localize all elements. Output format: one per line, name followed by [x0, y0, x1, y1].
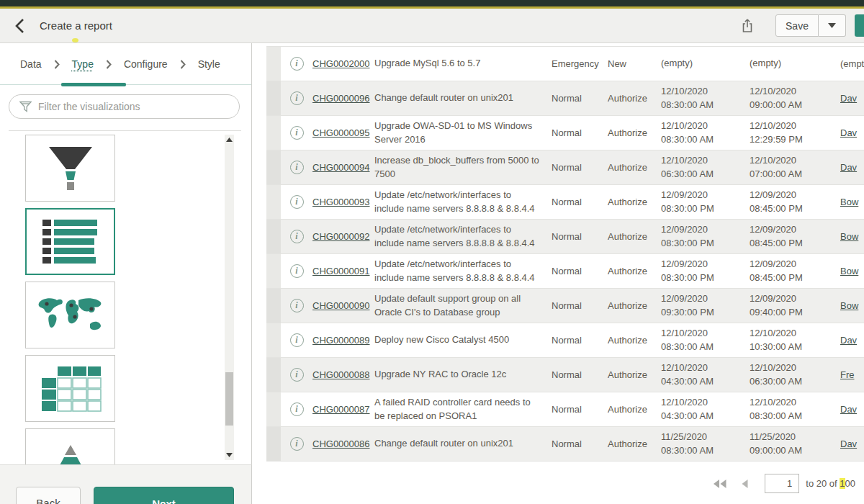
chevron-right-icon [180, 60, 186, 69]
viz-scrollbar[interactable] [225, 135, 234, 460]
short-description: Upgrade MySql 5.6 to 5.7 [374, 57, 552, 70]
state-value: Authorize [608, 438, 661, 449]
row-gutter [266, 47, 281, 81]
info-icon[interactable]: i [290, 402, 304, 416]
tab-configure[interactable]: Configure [124, 58, 168, 70]
scroll-down-icon[interactable] [226, 453, 233, 457]
state-value: New [608, 58, 661, 69]
save-dropdown-button[interactable] [819, 14, 846, 37]
run-button-clipped[interactable] [855, 14, 864, 37]
priority-value: Normal [552, 266, 608, 276]
planned-end-date: (empty) [750, 57, 840, 70]
record-number-link[interactable]: CHG0000088 [312, 369, 374, 380]
state-value: Authorize [608, 266, 661, 276]
table-row[interactable]: iCHG0000089Deploy new Cisco Catalyst 450… [266, 323, 864, 358]
record-number-link[interactable]: CHG0000089 [312, 335, 374, 346]
list-chart-icon [42, 220, 99, 264]
record-number-link[interactable]: CHG0000096 [312, 93, 374, 104]
record-number-link[interactable]: CHG0000095 [312, 127, 374, 138]
tab-data[interactable]: Data [20, 58, 42, 70]
table-row[interactable]: iCHG0000086Change default router on unix… [266, 427, 864, 462]
info-icon[interactable]: i [290, 333, 304, 347]
next-button[interactable]: Next [94, 487, 234, 504]
assigned-to-link[interactable]: Dav [840, 162, 864, 173]
assigned-to-link[interactable]: Dav [840, 404, 864, 415]
tab-type[interactable]: Type [72, 58, 94, 70]
info-cell: i [281, 230, 312, 243]
info-icon[interactable]: i [290, 230, 304, 243]
back-button[interactable]: Back [16, 487, 81, 504]
info-icon[interactable]: i [290, 161, 304, 174]
save-button[interactable]: Save [775, 14, 819, 37]
page-number-input[interactable] [765, 474, 799, 493]
row-gutter [266, 116, 281, 150]
short-description: Change default router on unix201 [374, 91, 552, 104]
info-icon[interactable]: i [290, 368, 304, 382]
assigned-to-link[interactable]: Bow [840, 300, 864, 311]
record-number-link[interactable]: CHG0000091 [312, 266, 374, 276]
planned-start-date: 12/09/2020 09:30:00 PM [661, 292, 750, 318]
assigned-to-link[interactable]: Dav [840, 127, 864, 138]
tab-style[interactable]: Style [198, 58, 220, 70]
record-number-link[interactable]: CHG0000094 [312, 162, 374, 173]
assigned-to-link[interactable]: Fre [840, 369, 864, 380]
table-row[interactable]: iCHG0000096Change default router on unix… [266, 81, 864, 116]
assigned-to-link[interactable]: Bow [840, 266, 864, 276]
world-map-icon [35, 295, 106, 336]
record-number-link[interactable]: CHG0000093 [312, 197, 374, 207]
planned-end-date: 12/09/2020 09:40:00 PM [750, 292, 840, 318]
table-row[interactable]: iCHG0000091Update /etc/network/interface… [266, 254, 864, 289]
planned-start-date: 12/10/2020 06:30:00 AM [661, 154, 750, 180]
table-row[interactable]: iCHG0000088Upgrade NY RAC to Oracle 12cN… [266, 358, 864, 392]
planned-end-date: 12/10/2020 12:29:59 PM [750, 120, 840, 145]
record-number-link[interactable]: CHG0000086 [312, 438, 374, 449]
table-row[interactable]: iCHG0000093Update /etc/network/interface… [266, 185, 864, 220]
row-gutter [266, 392, 281, 426]
viz-thumb-funnel[interactable] [25, 135, 115, 202]
assigned-to-link[interactable]: Dav [840, 335, 864, 346]
record-number-link[interactable]: CHG0000092 [312, 231, 374, 242]
viz-thumb-pyramid[interactable] [25, 428, 115, 464]
previous-page-icon[interactable] [741, 480, 748, 488]
info-cell: i [281, 161, 312, 174]
record-number-link[interactable]: CHG0002000 [312, 58, 374, 69]
info-cell: i [281, 126, 312, 140]
viz-thumb-list[interactable] [25, 208, 115, 275]
filter-visualizations-input[interactable] [9, 94, 240, 119]
state-value: Authorize [608, 335, 661, 346]
planned-end-date: 12/09/2020 08:45:00 PM [750, 258, 840, 284]
table-row[interactable]: iCHG0002000Upgrade MySql 5.6 to 5.7Emerg… [266, 47, 864, 81]
planned-start-date: 12/10/2020 08:30:00 AM [661, 120, 750, 145]
table-row[interactable]: iCHG0000094Increase db_block_buffers fro… [266, 150, 864, 185]
planned-start-date: 12/09/2020 08:30:00 PM [661, 189, 750, 215]
info-icon[interactable]: i [290, 91, 304, 105]
info-icon[interactable]: i [290, 126, 304, 140]
table-row[interactable]: iCHG0000095Upgrade OWA-SD-01 to MS Windo… [266, 116, 864, 150]
info-icon[interactable]: i [290, 437, 304, 451]
share-icon[interactable] [741, 18, 754, 33]
planned-start-date: 12/10/2020 08:30:00 AM [661, 85, 750, 111]
table-row[interactable]: iCHG0000092Update /etc/network/interface… [266, 220, 864, 254]
record-number-link[interactable]: CHG0000087 [312, 404, 374, 415]
back-arrow-icon[interactable] [14, 18, 25, 34]
first-page-icon[interactable] [714, 480, 727, 488]
assigned-to-link[interactable]: Dav [840, 93, 864, 104]
scrollbar-thumb[interactable] [225, 372, 233, 426]
table-row[interactable]: iCHG0000090Update default support group … [266, 289, 864, 323]
assigned-to-link[interactable]: Bow [840, 197, 864, 207]
record-number-link[interactable]: CHG0000090 [312, 300, 374, 311]
table-row[interactable]: iCHG0000087A failed RAID controller card… [266, 392, 864, 427]
info-icon[interactable]: i [290, 299, 304, 312]
assigned-to-link[interactable]: Bow [840, 231, 864, 242]
assigned-to-link[interactable]: Dav [840, 438, 864, 449]
scroll-up-icon[interactable] [226, 138, 233, 142]
pagination: to 20 of 100 [714, 474, 855, 493]
info-icon[interactable]: i [290, 57, 304, 71]
viz-thumb-world-map[interactable] [25, 282, 115, 348]
info-cell: i [281, 368, 312, 382]
info-icon[interactable]: i [290, 264, 304, 278]
viz-thumb-table-heatmap[interactable] [25, 355, 115, 422]
info-icon[interactable]: i [290, 195, 304, 209]
state-value: Authorize [608, 231, 661, 242]
priority-value: Normal [552, 231, 608, 242]
